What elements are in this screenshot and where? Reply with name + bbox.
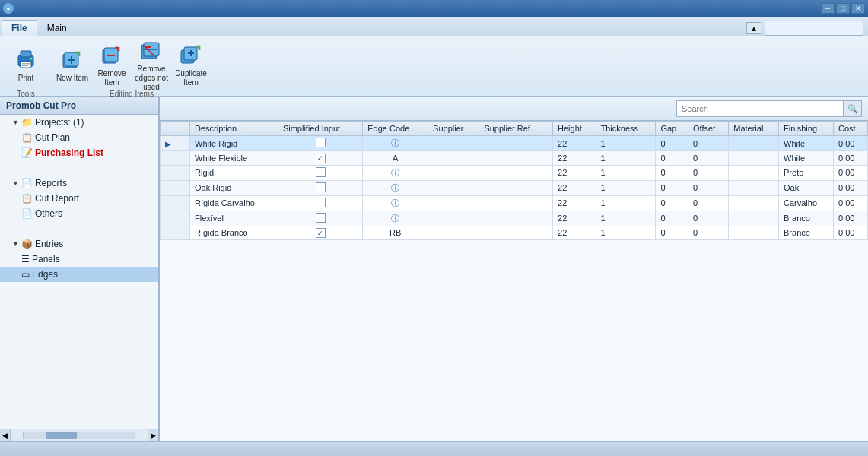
cell-cost: 0.00: [833, 165, 867, 180]
cell-gap: 0: [656, 180, 688, 195]
cell-cost: 0.00: [833, 195, 867, 211]
cell-simplified-input[interactable]: ✓: [278, 226, 362, 240]
toolbar: Print Tools New Item: [0, 36, 868, 97]
cell-simplified-input[interactable]: [278, 136, 362, 151]
checkbox[interactable]: [316, 167, 326, 177]
table-row[interactable]: Rigidⓘ22100Preto0.00: [161, 165, 868, 180]
sidebar-item-entries-header[interactable]: ▼ 📦 Entries: [0, 236, 158, 252]
cell-material: [729, 195, 779, 211]
sidebar-title: Promob Cut Pro: [0, 97, 158, 115]
cell-simplified-input[interactable]: [278, 195, 362, 211]
table-row[interactable]: ▶White Rigidⓘ22100White0.00: [161, 136, 868, 151]
edges-label: Edges: [32, 269, 58, 280]
col-description: Description: [190, 122, 278, 136]
remove-item-button[interactable]: Remove Item: [92, 41, 132, 90]
cell-simplified-input[interactable]: ✓: [278, 151, 362, 166]
cell-simplified-input[interactable]: [278, 180, 362, 195]
scroll-right-btn[interactable]: ▶: [148, 429, 158, 441]
horizontal-scrollbar-track[interactable]: [23, 432, 135, 439]
status-bar: [0, 441, 868, 456]
cell-simplified-input[interactable]: [278, 165, 362, 180]
cell-material: [729, 211, 779, 226]
sidebar-item-projects[interactable]: ▼ 📁 Projects: (1): [0, 115, 158, 130]
sidebar-item-others[interactable]: 📄 Others: [0, 206, 158, 221]
row-selector-cell: [176, 136, 190, 151]
table-row[interactable]: Rígida Carvalhoⓘ22100Carvalho0.00: [161, 195, 868, 211]
checkbox[interactable]: [316, 182, 326, 192]
row-arrow-cell: [161, 211, 176, 226]
checkbox[interactable]: ✓: [316, 228, 326, 238]
data-table-container[interactable]: Description Simplified Input Edge Code S…: [160, 121, 868, 441]
menu-bar: File Main ▲: [0, 17, 868, 36]
cutreport-icon: 📋: [21, 193, 33, 204]
svg-rect-2: [21, 62, 31, 68]
new-item-button[interactable]: New Item: [52, 41, 92, 90]
arrow-icon: ▼: [12, 179, 19, 187]
new-item-label: New Item: [56, 74, 88, 83]
cell-supplierRef: [479, 226, 553, 240]
cell-supplierRef: [479, 195, 553, 211]
col-finishing: Finishing: [779, 122, 834, 136]
col-offset: Offset: [688, 122, 729, 136]
cell-cost: 0.00: [833, 211, 867, 226]
ribbon-collapse-area: ▲: [746, 21, 866, 36]
sidebar-item-purchasing[interactable]: 📝 Purchasing List: [0, 145, 158, 160]
cell-simplified-input[interactable]: [278, 211, 362, 226]
row-arrow-cell: [161, 226, 176, 240]
right-toolbar: 🔍: [160, 97, 868, 121]
app-icon: ●: [3, 3, 14, 14]
checkbox[interactable]: ✓: [316, 154, 326, 163]
print-button[interactable]: Print: [6, 41, 46, 90]
sidebar-item-edges[interactable]: ▭ Edges: [0, 267, 158, 282]
sidebar-item-panels[interactable]: ☰ Panels: [0, 252, 158, 267]
checkbox[interactable]: [316, 138, 326, 147]
remove-item-icon: [100, 43, 124, 68]
sidebar-tree: ▼ 📁 Projects: (1) 📋 Cut Plan 📝 Purchasin…: [0, 115, 158, 429]
table-row[interactable]: Flexívelⓘ22100Branco0.00: [161, 211, 868, 226]
sidebar-horizontal-scrollbar[interactable]: ◀ ▶: [0, 429, 158, 441]
horizontal-scrollbar-thumb[interactable]: [46, 432, 77, 439]
purchasing-label: Purchasing List: [35, 147, 103, 158]
cell-offset: 0: [688, 180, 729, 195]
info-icon: ⓘ: [391, 214, 399, 223]
cell-supplierRef: [479, 180, 553, 195]
minimize-button[interactable]: ─: [821, 3, 835, 14]
table-row[interactable]: Oak Rigidⓘ22100Oak0.00: [161, 180, 868, 195]
scroll-left-btn[interactable]: ◀: [0, 429, 11, 441]
remove-edges-button[interactable]: Remove edges not used: [132, 41, 171, 90]
cutplan-icon: 📋: [21, 132, 33, 143]
row-selector-cell: [176, 211, 190, 226]
checkbox[interactable]: [316, 213, 326, 223]
row-selector-cell: [176, 180, 190, 195]
tab-file[interactable]: File: [2, 20, 37, 36]
sidebar-item-cutreport[interactable]: 📋 Cut Report: [0, 191, 158, 206]
table-row[interactable]: White Flexible✓A22100White0.00: [161, 151, 868, 166]
cell-description: Rígida Carvalho: [190, 195, 278, 211]
col-supplier: Supplier: [428, 122, 479, 136]
cell-description: White Rigid: [190, 136, 278, 151]
close-button[interactable]: ✕: [851, 3, 865, 14]
table-search-input[interactable]: [676, 100, 844, 117]
cell-material: [729, 226, 779, 240]
print-label: Print: [18, 74, 34, 83]
cutreport-label: Cut Report: [35, 193, 79, 204]
table-row[interactable]: Rígida Branco✓RB22100Branco0.00: [161, 226, 868, 240]
cell-height: 22: [553, 195, 596, 211]
cell-supplierRef: [479, 151, 553, 166]
cell-height: 22: [553, 165, 596, 180]
checkbox[interactable]: [316, 198, 326, 207]
remove-edges-label: Remove edges not used: [134, 65, 169, 92]
collapse-ribbon-button[interactable]: ▲: [746, 22, 761, 34]
cell-thickness: 1: [596, 211, 656, 226]
duplicate-item-button[interactable]: Duplicate Item: [171, 41, 211, 90]
sidebar-item-reports-header[interactable]: ▼ 📄 Reports: [0, 176, 158, 191]
search-button[interactable]: 🔍: [844, 100, 862, 117]
maximize-button[interactable]: □: [836, 3, 850, 14]
others-label: Others: [35, 208, 62, 219]
col-row-selector: [176, 122, 190, 136]
tab-main[interactable]: Main: [37, 20, 77, 36]
top-search-input[interactable]: [765, 21, 863, 36]
sidebar-item-cutplan[interactable]: 📋 Cut Plan: [0, 130, 158, 145]
others-icon: 📄: [21, 208, 33, 219]
cell-finishing: Preto: [779, 165, 834, 180]
